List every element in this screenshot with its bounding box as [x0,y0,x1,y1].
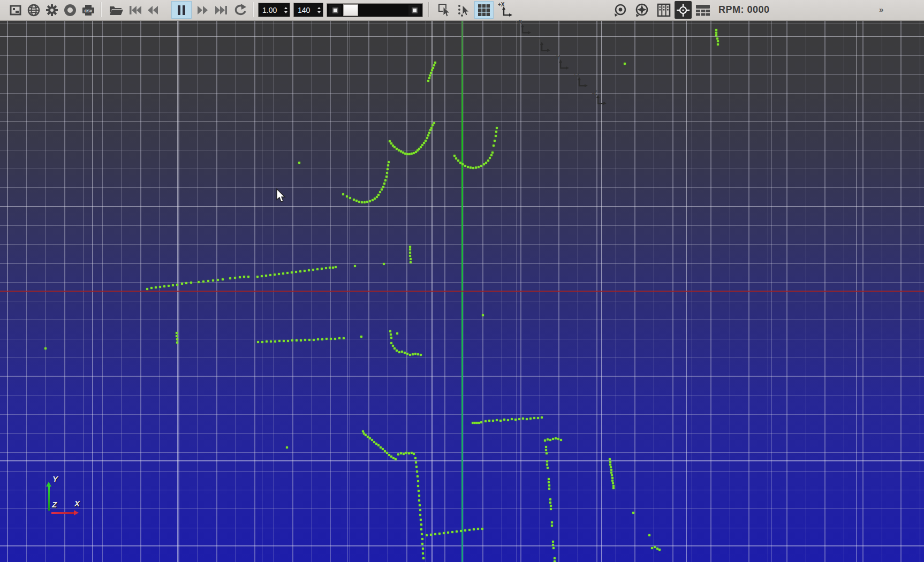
y-axis-arrow [48,486,50,511]
csv-icon-label: CSV [85,9,93,12]
axis-button-label: +X [498,2,505,7]
compass-view-button[interactable] [632,1,652,19]
open-file-folder-icon [109,4,124,16]
frame-number-value: 140 [298,6,310,14]
slider-thumb[interactable] [343,4,358,16]
x-axis-arrowhead [74,510,79,515]
table-view-button[interactable] [693,1,713,19]
slider-right-button[interactable] [408,5,420,16]
toolbar-separator [253,2,253,17]
view-plus-z-button[interactable]: +Z [572,72,591,89]
view-minus-x-icon [519,24,531,36]
pause-icon [176,4,187,16]
x-axis-arrow [51,512,74,514]
crosshair-target-button[interactable] [675,1,692,19]
spinner-arrows[interactable] [317,7,321,13]
crosshair-target-icon [676,3,690,17]
sensor-config-button[interactable] [6,1,25,19]
select-points-button[interactable] [455,1,473,19]
axis-button-label: -X [517,19,522,25]
triad-y-label: Y [52,474,58,483]
spreadsheet-columns-icon [657,3,671,17]
view-minus-z-button[interactable]: -Z [591,89,610,107]
toolbar-overflow-chevron[interactable]: » [879,5,883,14]
triad-x-label: X [74,499,80,508]
loop-playback-icon [233,4,247,17]
axis-button-label: -Y [555,55,560,60]
view-minus-z-icon [595,95,607,107]
record-button[interactable] [61,1,79,19]
network-globe-icon [27,3,41,17]
view-minus-y-button[interactable]: -Y [554,54,572,72]
rewind-icon [146,4,159,16]
triad-z-label: Z [52,500,57,509]
rewind-button[interactable] [143,1,162,19]
skip-to-start-button[interactable] [126,1,145,19]
toolbar-separator [101,2,101,17]
horizontal-axis-guide-line [0,291,924,292]
slider-left-button[interactable] [329,5,341,16]
measurement-grid-icon [478,4,490,16]
fast-forward-icon [196,4,209,16]
settings-button[interactable] [43,1,61,19]
axis-button-label: +Z [573,72,580,78]
orbit-view-icon [613,3,628,18]
spreadsheet-columns-button[interactable] [654,1,673,19]
skip-to-start-icon [129,4,142,16]
open-file-button[interactable] [107,1,125,19]
loop-playback-button[interactable] [231,1,249,19]
view-minus-y-icon [557,59,569,71]
record-icon [64,4,77,17]
view-plus-x-button[interactable]: +X [497,1,516,19]
skip-to-end-button[interactable] [212,1,230,19]
orbit-view-button[interactable] [610,1,631,19]
export-csv-icon: CSV [81,4,95,17]
select-points-icon [457,3,471,17]
fast-forward-button[interactable] [194,1,212,19]
skip-to-end-icon [215,4,228,16]
pause-button[interactable] [171,1,192,19]
axis-button-label: -Z [592,90,597,96]
spin-up-icon[interactable] [284,7,287,9]
table-view-icon [695,4,710,17]
view-plus-z-icon [576,77,588,89]
view-minus-x-button[interactable]: -X [516,19,534,36]
settings-gear-icon [45,3,59,17]
main-toolbar: CSV [0,0,924,21]
select-pointer-button[interactable] [436,1,454,19]
view-plus-x-icon [501,6,512,18]
export-csv-button[interactable]: CSV [79,1,97,19]
toolbar-separator [428,2,429,17]
mouse-cursor-icon [276,188,286,203]
playback-speed-value: 1.00 [262,6,277,14]
compass-view-icon [634,3,649,18]
network-stream-button[interactable] [25,1,43,19]
axis-button-label: +Y [536,37,543,43]
rpm-readout: RPM: 0000 [718,4,770,16]
3d-viewport[interactable]: Y Z X [0,20,924,562]
view-plus-y-icon [539,42,550,54]
frame-scrubber-slider[interactable] [327,3,423,17]
sensor-stream-icon [9,4,22,17]
grid-toggle-button[interactable] [474,1,494,19]
select-pointer-icon [438,3,452,17]
spin-up-icon[interactable] [317,7,321,9]
frame-number-spinbox[interactable]: 140 [293,3,323,17]
view-plus-y-button[interactable]: +Y [535,36,554,54]
spin-down-icon[interactable] [317,11,321,13]
playback-speed-spinbox[interactable]: 1.00 [258,3,290,17]
spin-down-icon[interactable] [284,11,287,13]
spinner-arrows[interactable] [284,7,287,13]
